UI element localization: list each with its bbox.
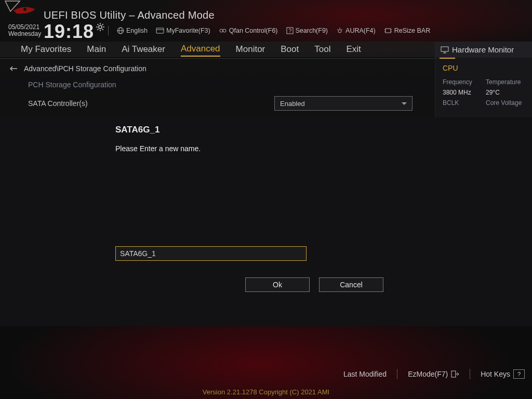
svg-rect-30 xyxy=(441,47,448,51)
aura-button[interactable]: AURA(F4) xyxy=(336,27,376,34)
monitor-icon xyxy=(441,46,449,54)
svg-point-20 xyxy=(338,30,341,33)
footer: Last Modified EzMode(F7) Hot Keys ? Vers… xyxy=(0,363,532,399)
ok-button[interactable]: Ok xyxy=(245,277,310,292)
exit-icon xyxy=(451,370,459,378)
top-toolbar: English MyFavorite(F3) Qfan Control(F6) … xyxy=(108,26,430,35)
qfan-label: Qfan Control(F6) xyxy=(229,27,278,34)
hotkeys-label: Hot Keys xyxy=(481,370,510,378)
rename-input[interactable] xyxy=(115,246,307,261)
clock-block: 19:18 xyxy=(44,21,104,43)
setting-label: SATA Controller(s) xyxy=(28,99,88,108)
main-tabs: My Favorites Main Ai Tweaker Advanced Mo… xyxy=(0,42,435,57)
svg-point-2 xyxy=(99,25,102,29)
hwmon-title: Hardware Monitor xyxy=(452,45,514,54)
tab-exit[interactable]: Exit xyxy=(346,43,361,56)
hwmon-freq-label: Frequency xyxy=(443,78,482,86)
resizebar-label: ReSize BAR xyxy=(394,27,430,34)
tab-boot[interactable]: Boot xyxy=(281,43,299,56)
hotkeys-button[interactable]: Hot Keys ? xyxy=(481,369,525,379)
search-button[interactable]: ? Search(F9) xyxy=(286,27,328,34)
svg-line-8 xyxy=(102,29,103,30)
breadcrumb[interactable]: Advanced\PCH Storage Configuration xyxy=(0,59,435,78)
header: UEFI BIOS Utility – Advanced Mode 05/05/… xyxy=(0,0,532,39)
divider xyxy=(397,369,397,379)
bios-title: UEFI BIOS Utility – Advanced Mode xyxy=(44,9,215,21)
tab-main[interactable]: Main xyxy=(87,43,106,56)
myfavorite-label: MyFavorite(F3) xyxy=(166,27,210,34)
svg-point-17 xyxy=(223,29,226,32)
back-arrow-icon[interactable] xyxy=(9,65,18,72)
sata-controller-dropdown[interactable]: Enabled xyxy=(274,96,413,111)
card-icon xyxy=(156,28,164,34)
date-block: 05/05/2021 Wednesday xyxy=(8,24,41,37)
chip-icon xyxy=(384,28,392,34)
hwmon-corev-label: Core Voltage xyxy=(486,99,525,107)
language-button[interactable]: English xyxy=(117,27,148,34)
svg-line-7 xyxy=(97,24,98,25)
version-text: Version 2.21.1278 Copyright (C) 2021 AMI xyxy=(0,388,532,396)
qfan-button[interactable]: Qfan Control(F6) xyxy=(219,27,278,34)
svg-line-23 xyxy=(341,29,342,30)
weekday: Wednesday xyxy=(8,31,41,37)
tab-monitor[interactable]: Monitor xyxy=(236,43,265,56)
hwmon-title-row: Hardware Monitor xyxy=(435,42,532,58)
tab-my-favorites[interactable]: My Favorites xyxy=(21,43,71,56)
language-label: English xyxy=(126,27,148,34)
divider xyxy=(470,369,470,379)
hwmon-cpu-heading: CPU xyxy=(435,59,532,74)
chevron-down-icon xyxy=(402,102,407,105)
myfavorite-button[interactable]: MyFavorite(F3) xyxy=(156,27,210,34)
last-modified-button[interactable]: Last Modified xyxy=(343,370,387,378)
svg-line-22 xyxy=(337,29,338,30)
hwmon-temp-label: Temperature xyxy=(486,78,525,86)
search-label: Search(F9) xyxy=(296,27,328,34)
hwmon-grid: Frequency Temperature 3800 MHz 29°C BCLK… xyxy=(435,74,532,111)
aura-icon xyxy=(336,27,343,34)
gear-icon[interactable] xyxy=(96,23,104,33)
clock: 19:18 xyxy=(44,21,94,43)
globe-icon xyxy=(117,27,124,34)
modal-button-row: Ok Cancel xyxy=(245,277,417,292)
resizebar-button[interactable]: ReSize BAR xyxy=(384,27,430,34)
fan-icon xyxy=(219,28,227,34)
tab-tool[interactable]: Tool xyxy=(314,43,330,56)
tab-advanced[interactable]: Advanced xyxy=(181,42,220,57)
rog-logo xyxy=(4,0,41,23)
ezmode-label: EzMode(F7) xyxy=(408,370,448,378)
breadcrumb-text: Advanced\PCH Storage Configuration xyxy=(24,64,147,73)
svg-line-10 xyxy=(102,24,103,25)
aura-label: AURA(F4) xyxy=(345,27,376,34)
svg-rect-14 xyxy=(156,28,164,33)
modal-message: Please Enter a new name. xyxy=(115,144,417,153)
setting-row-sata-controller: SATA Controller(s) Enabled xyxy=(0,91,435,116)
last-modified-label: Last Modified xyxy=(343,370,387,378)
hwmon-bclk-label: BCLK xyxy=(443,99,482,107)
modal-title: SATA6G_1 xyxy=(115,125,417,135)
svg-text:?: ? xyxy=(288,28,291,34)
svg-point-16 xyxy=(220,29,223,32)
cancel-button[interactable]: Cancel xyxy=(319,277,383,292)
ezmode-button[interactable]: EzMode(F7) xyxy=(408,370,459,378)
rename-modal: SATA6G_1 Please Enter a new name. Ok Can… xyxy=(115,125,417,292)
dropdown-value: Enabled xyxy=(280,100,305,108)
section-heading: PCH Storage Configuration xyxy=(0,78,435,91)
question-key-icon: ? xyxy=(513,369,525,379)
hwmon-temp-value: 29°C xyxy=(486,89,525,96)
divider xyxy=(108,26,109,35)
question-icon: ? xyxy=(286,27,294,34)
svg-point-1 xyxy=(23,8,26,11)
footer-links: Last Modified EzMode(F7) Hot Keys ? xyxy=(343,369,525,379)
hwmon-freq-value: 3800 MHz xyxy=(443,89,482,96)
svg-rect-33 xyxy=(451,371,456,377)
svg-rect-24 xyxy=(385,29,391,33)
svg-line-9 xyxy=(97,29,98,30)
tab-ai-tweaker[interactable]: Ai Tweaker xyxy=(122,43,165,56)
